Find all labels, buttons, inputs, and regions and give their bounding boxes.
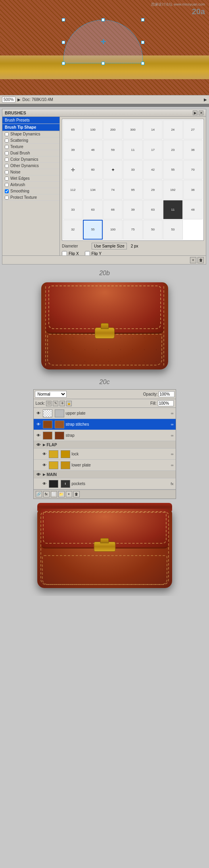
brush-cell-star1[interactable]: ✦ xyxy=(103,160,123,179)
brush-cell-55b[interactable]: 55 xyxy=(83,220,102,239)
brush-cell-32[interactable]: 32 xyxy=(63,220,82,239)
brush-cell-17[interactable]: 17 xyxy=(143,140,163,159)
handle-top-left[interactable] xyxy=(62,18,65,21)
brush-cell-11[interactable]: 11 xyxy=(123,140,142,159)
brush-cell-29[interactable]: 29 xyxy=(143,180,163,199)
handle-bottom-right[interactable] xyxy=(141,62,144,65)
handle-bottom-center[interactable] xyxy=(102,62,105,65)
brush-cell-50[interactable]: 50 xyxy=(143,220,163,239)
lock-all-btn[interactable]: 🔒 xyxy=(66,401,72,406)
brush-cell-cross[interactable]: ✛ xyxy=(63,160,82,179)
smoothing-option[interactable]: Smoothing xyxy=(2,188,59,194)
brush-cell-63b[interactable]: 63 xyxy=(143,200,163,219)
brush-cell-39[interactable]: 39 xyxy=(63,140,82,159)
add-mask-btn[interactable]: ⬜ xyxy=(51,491,57,497)
layer-strap[interactable]: 👁 strap ∞ xyxy=(34,430,176,441)
new-layer-btn[interactable]: + xyxy=(66,491,72,497)
brush-tip-shape-btn[interactable]: Brush Tip Shape xyxy=(2,124,59,131)
eye-icon-pockets[interactable]: 👁 xyxy=(42,481,47,487)
brush-cell-48[interactable]: 48 xyxy=(183,200,203,219)
eye-icon-upper-plate[interactable]: 👁 xyxy=(36,411,41,416)
brush-cell-112[interactable]: 112 xyxy=(63,180,82,199)
layer-pockets[interactable]: 👁 I pockets fx xyxy=(34,478,176,489)
new-group-btn[interactable]: 📁 xyxy=(58,491,65,497)
link-layers-btn[interactable]: 🔗 xyxy=(36,491,42,497)
brush-cell-63[interactable]: 63 xyxy=(83,200,102,219)
panel-menu-btn[interactable]: ▶ xyxy=(193,110,197,115)
brush-cell-36b[interactable]: 36 xyxy=(183,180,203,199)
panel-delete-btn[interactable]: 🗑 xyxy=(197,257,204,263)
brush-cell-23[interactable]: 23 xyxy=(163,140,182,159)
brush-cell-59[interactable]: 59 xyxy=(103,140,123,159)
layer-upper-plate[interactable]: 👁 upper plate ∞ xyxy=(34,408,176,419)
layer-group-flap[interactable]: 👁 ▶ FLAP xyxy=(34,441,176,449)
eye-icon-flap[interactable]: 👁 xyxy=(36,442,41,447)
delete-layer-btn[interactable]: 🗑 xyxy=(73,491,80,497)
handle-top-right[interactable] xyxy=(141,18,144,21)
eye-icon-lower-plate[interactable]: 👁 xyxy=(42,463,47,468)
add-style-btn[interactable]: fx xyxy=(43,491,50,497)
use-sample-size-btn[interactable]: Use Sample Size xyxy=(92,243,127,249)
flip-x-checkbox[interactable] xyxy=(62,251,67,255)
layer-strap-stitches[interactable]: 👁 strap stitches ∞ xyxy=(34,419,176,430)
wet-edges-option[interactable]: Wet Edges xyxy=(2,175,59,182)
smoothing-checkbox[interactable] xyxy=(5,189,9,193)
protect-texture-option[interactable]: Protect Texture xyxy=(2,194,59,201)
layer-lock[interactable]: 👁 lock ∞ xyxy=(34,449,176,460)
fill-input[interactable] xyxy=(158,400,174,406)
brush-cell-42[interactable]: 42 xyxy=(143,160,163,179)
eye-icon-main[interactable]: 👁 xyxy=(36,472,41,477)
brush-cell-300[interactable]: 300 xyxy=(123,120,142,139)
brush-cell-55a[interactable]: 55 xyxy=(163,160,182,179)
brush-cell-33[interactable]: 33 xyxy=(123,160,142,179)
brush-cell-200[interactable]: 200 xyxy=(103,120,123,139)
airbrush-option[interactable]: Airbrush xyxy=(2,182,59,188)
handle-top-center[interactable] xyxy=(102,18,105,21)
brush-cell-53[interactable]: 53 xyxy=(163,220,182,239)
brush-presets-btn[interactable]: Brush Presets xyxy=(2,117,59,124)
brush-cell-192[interactable]: 192 xyxy=(163,180,182,199)
brush-cell-60[interactable]: 60 xyxy=(83,160,102,179)
brush-cell-36a[interactable]: 36 xyxy=(183,140,203,159)
scattering-checkbox[interactable] xyxy=(5,139,9,143)
wet-edges-checkbox[interactable] xyxy=(5,177,9,181)
brush-cell-27[interactable]: 27 xyxy=(183,120,203,139)
brush-cell-70[interactable]: 70 xyxy=(183,160,203,179)
handle-middle-right[interactable] xyxy=(141,41,144,44)
brush-cell-74[interactable]: 74 xyxy=(103,180,123,199)
brush-cell-75[interactable]: 75 xyxy=(123,220,142,239)
panel-new-btn[interactable]: + xyxy=(190,257,196,263)
brush-cell-14[interactable]: 14 xyxy=(143,120,163,139)
zoom-level[interactable]: 500% xyxy=(2,97,15,103)
eye-icon-strap-stitches[interactable]: 👁 xyxy=(36,422,41,427)
layer-lower-plate[interactable]: 👁 lower plate ∞ xyxy=(34,460,176,471)
flip-y-checkbox[interactable] xyxy=(85,251,90,255)
brush-cell-33b[interactable]: 33 xyxy=(63,200,82,219)
airbrush-checkbox[interactable] xyxy=(5,183,9,187)
shape-dynamics-option[interactable]: Shape Dynamics xyxy=(2,131,59,137)
color-dynamics-checkbox[interactable] xyxy=(5,158,9,162)
eye-icon-lock[interactable]: 👁 xyxy=(42,451,47,457)
layer-group-main[interactable]: 👁 ▶ MAIN xyxy=(34,471,176,478)
texture-checkbox[interactable] xyxy=(5,145,9,149)
brush-cell-95[interactable]: 95 xyxy=(123,180,142,199)
noise-checkbox[interactable] xyxy=(5,170,9,174)
brush-cell-134[interactable]: 134 xyxy=(83,180,102,199)
brush-cell-24[interactable]: 24 xyxy=(163,120,182,139)
brush-cell-65[interactable]: 65 xyxy=(63,120,82,139)
handle-bottom-left[interactable] xyxy=(62,62,65,65)
shape-dynamics-checkbox[interactable] xyxy=(5,132,9,136)
handle-middle-left[interactable] xyxy=(62,41,65,44)
lock-transparent-btn[interactable]: ☐ xyxy=(46,401,52,406)
color-dynamics-option[interactable]: Color Dynamics xyxy=(2,156,59,163)
brush-cell-11b[interactable]: 11 xyxy=(163,200,182,219)
brush-cell-100[interactable]: 100 xyxy=(83,120,102,139)
other-dynamics-option[interactable]: Other Dynamics xyxy=(2,163,59,169)
brush-cell-39b[interactable]: 39 xyxy=(123,200,142,219)
other-dynamics-checkbox[interactable] xyxy=(5,164,9,168)
eye-icon-strap[interactable]: 👁 xyxy=(36,433,41,438)
texture-option[interactable]: Texture xyxy=(2,144,59,150)
lock-brush-btn[interactable]: ✎ xyxy=(53,401,58,406)
opacity-input[interactable] xyxy=(159,391,174,397)
scattering-option[interactable]: Scattering xyxy=(2,137,59,144)
